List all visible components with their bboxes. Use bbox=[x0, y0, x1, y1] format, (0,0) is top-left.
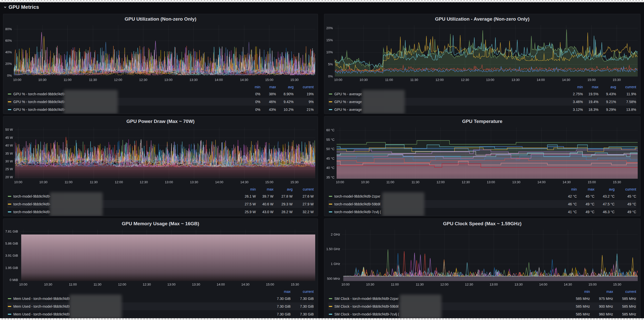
series-color-swatch[interactable] bbox=[329, 204, 332, 205]
legend-column-header-current[interactable]: current bbox=[615, 187, 636, 191]
series-label[interactable]: Mem Used - torch-model-9bb9cf4d9 bbox=[13, 312, 267, 316]
legend-row: GPU % - torch-model-9bb9cf4d9-0%46%9.42%… bbox=[7, 98, 314, 106]
legend-column-header-current[interactable]: current bbox=[616, 85, 636, 89]
series-color-swatch[interactable] bbox=[8, 94, 11, 95]
gpu-temperature-chart[interactable] bbox=[324, 125, 640, 186]
legend-stat-value: 49 °C bbox=[577, 202, 594, 206]
series-label[interactable]: torch-model-9bb9cf4d9-7cvlj ( bbox=[334, 210, 559, 214]
series-color-swatch[interactable] bbox=[8, 314, 11, 315]
panel-gpu-temperature: GPU Temperatureminmaxavgcurrenttorch-mod… bbox=[324, 116, 640, 216]
row-title: GPU Metrics bbox=[9, 4, 39, 10]
legend-column-header-max[interactable]: max bbox=[256, 187, 273, 191]
legend-column-header-avg[interactable]: avg bbox=[598, 85, 616, 89]
series-label[interactable]: GPU % - torch-model-9bb9cf4d9- bbox=[13, 100, 245, 104]
series-label[interactable]: torch-model-9bb9cf4d9-2zpxr bbox=[334, 194, 559, 198]
series-color-swatch[interactable] bbox=[329, 306, 332, 307]
series-color-swatch[interactable] bbox=[8, 109, 11, 110]
series-label[interactable]: GPU % - torch-model-9bb9cf4d9- bbox=[13, 108, 245, 112]
legend-stat-value: 42 °C bbox=[559, 194, 577, 198]
legend-row: torch-model-9bb9cf4d9-2zpxr42 °C45 °C43.… bbox=[328, 192, 636, 200]
legend-stat-value: 29.3 W bbox=[273, 202, 293, 206]
series-color-swatch[interactable] bbox=[8, 204, 11, 205]
series-label[interactable]: SM Clock - torch-model-9bb9cf4d9-7cvlj ( bbox=[334, 312, 568, 316]
series-color-swatch[interactable] bbox=[8, 211, 11, 212]
series-color-swatch[interactable] bbox=[329, 196, 332, 197]
series-color-swatch[interactable] bbox=[329, 101, 332, 102]
legend-column-header-current[interactable]: current bbox=[294, 85, 314, 89]
redacted-region bbox=[362, 90, 405, 114]
legend-column-header-max[interactable]: max bbox=[590, 290, 613, 294]
legend-column-header-min[interactable]: min bbox=[238, 187, 256, 191]
legend-column-header-min[interactable]: min bbox=[568, 290, 590, 294]
legend-column-header-avg[interactable]: avg bbox=[594, 187, 615, 191]
gpu-utilization-chart[interactable] bbox=[3, 23, 318, 83]
legend-column-header-current[interactable]: current bbox=[613, 290, 636, 294]
legend-stat-value: 47.5 °C bbox=[594, 202, 615, 206]
legend-stat-value: 585 MHz bbox=[568, 312, 590, 316]
legend-stat-value: 26.1 W bbox=[238, 194, 256, 198]
series-color-swatch[interactable] bbox=[8, 298, 11, 299]
legend: maxcurrentMem Used - torch-model-9bb9cf4… bbox=[7, 289, 314, 318]
panel-title[interactable]: GPU Utilization - Average (Non-zero Only… bbox=[324, 16, 640, 22]
series-label[interactable]: SM Clock - torch-model-9bb9cf4d9-59b9l bbox=[334, 304, 568, 308]
series-color-swatch[interactable] bbox=[329, 211, 332, 212]
legend-header: minmaxavgcurrent bbox=[328, 84, 636, 90]
series-color-swatch[interactable] bbox=[329, 314, 332, 315]
legend-column-header-current[interactable]: current bbox=[291, 290, 314, 294]
series-label[interactable]: torch-model-9bb9cf4d9- bbox=[13, 202, 238, 206]
gpu-clock-speed-chart[interactable] bbox=[324, 228, 640, 288]
series-color-swatch[interactable] bbox=[8, 196, 11, 197]
legend-column-header-max[interactable]: max bbox=[577, 187, 594, 191]
legend-stat-value: 2.75% bbox=[567, 92, 583, 96]
series-label[interactable]: GPU % - torch-model-9bb9cf4d9- bbox=[13, 92, 245, 96]
series-color-swatch[interactable] bbox=[329, 298, 332, 299]
series-color-swatch[interactable] bbox=[329, 94, 332, 95]
legend-header: minmaxavgcurrent bbox=[7, 84, 314, 90]
series-color-swatch[interactable] bbox=[8, 101, 11, 102]
legend-row: SM Clock - torch-model-9bb9cf4d9-59b9l58… bbox=[328, 302, 636, 310]
panel-title[interactable]: GPU Memory Usage (Max ~ 16GB) bbox=[3, 221, 318, 226]
series-label[interactable]: torch-model-9bb9cf4d9- bbox=[13, 194, 238, 198]
legend-stat-value: 960 MHz bbox=[590, 312, 613, 316]
legend-stat-value: 3.12% bbox=[567, 108, 583, 112]
legend-stat-value: 43.0 W bbox=[256, 210, 273, 214]
legend-stat-value: 7.30 GiB bbox=[291, 304, 314, 308]
gpu-power-draw-chart[interactable] bbox=[3, 125, 318, 186]
legend-stat-value: 21% bbox=[294, 108, 314, 112]
legend-stat-value: 49 °C bbox=[615, 202, 636, 206]
series-label[interactable]: torch-model-9bb9cf4d9-59b9l bbox=[334, 202, 559, 206]
legend-column-header-avg[interactable]: avg bbox=[276, 85, 294, 89]
panel-gpu-utilization-average: GPU Utilization - Average (Non-zero Only… bbox=[324, 14, 640, 114]
legend-column-header-min[interactable]: min bbox=[245, 85, 260, 89]
series-color-swatch[interactable] bbox=[329, 109, 332, 110]
dashboard-row-gpu-metrics[interactable]: GPU Metrics bbox=[4, 4, 39, 11]
legend-column-header-max[interactable]: max bbox=[583, 85, 598, 89]
legend-stat-value: 8.90% bbox=[276, 92, 294, 96]
legend-stat-value: 7.30 GiB bbox=[291, 312, 314, 316]
legend-stat-value: 46 °C bbox=[559, 202, 577, 206]
gpu-utilization-average-chart[interactable] bbox=[324, 23, 640, 83]
panel-title[interactable]: GPU Temperature bbox=[324, 119, 640, 124]
legend-column-header-max[interactable]: max bbox=[260, 85, 276, 89]
legend-column-header-current[interactable]: current bbox=[293, 187, 314, 191]
legend-row: SM Clock - torch-model-9bb9cf4d9-7cvlj (… bbox=[328, 310, 636, 318]
series-color-swatch[interactable] bbox=[8, 306, 11, 307]
series-label[interactable]: Mem Used - torch-model-9bb9cf4d9 bbox=[13, 297, 267, 301]
series-label[interactable]: torch-model-9bb9cf4d9- bbox=[13, 210, 238, 214]
legend-stat-value: 43% bbox=[260, 108, 276, 112]
series-label[interactable]: Mem Used - torch-model-9bb9cf4d9 bbox=[13, 304, 267, 308]
legend-stat-value: 7.58% bbox=[616, 100, 636, 104]
legend-column-header-max[interactable]: max bbox=[267, 290, 291, 294]
legend-stat-value: 585 MHz bbox=[613, 297, 636, 301]
legend-column-header-min[interactable]: min bbox=[567, 85, 583, 89]
panel-title[interactable]: GPU Utilization (Non-zero Only) bbox=[3, 16, 318, 22]
legend-column-header-min[interactable]: min bbox=[559, 187, 577, 191]
gpu-memory-usage-chart[interactable] bbox=[3, 228, 318, 288]
series-label[interactable]: SM Clock - torch-model-9bb9cf4d9-2zpxr bbox=[334, 297, 568, 301]
legend-column-header-avg[interactable]: avg bbox=[273, 187, 293, 191]
legend-row: torch-model-9bb9cf4d9-59b9l46 °C49 °C47.… bbox=[328, 200, 636, 208]
legend-stat-value: 11.9% bbox=[616, 92, 636, 96]
panel-title[interactable]: GPU Clock Speed (Max ~ 1.59GHz) bbox=[324, 221, 640, 226]
legend-stat-value: 0% bbox=[245, 100, 260, 104]
panel-title[interactable]: GPU Power Draw (Max ~ 70W) bbox=[3, 119, 318, 124]
